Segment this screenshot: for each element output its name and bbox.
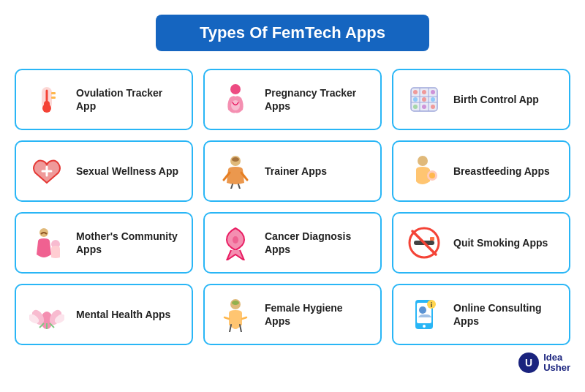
watermark-text: Idea Usher xyxy=(543,353,570,374)
trainer-label: Trainer Apps xyxy=(265,165,327,178)
card-quit-smoking: Quit Smoking Apps xyxy=(392,212,570,274)
mental-health-icon xyxy=(28,295,66,333)
svg-point-17 xyxy=(422,97,426,102)
card-breastfeeding: Breastfeeding Apps xyxy=(392,140,570,202)
svg-point-2 xyxy=(42,104,51,113)
watermark: U Idea Usher xyxy=(518,353,570,374)
svg-text:i: i xyxy=(431,301,433,309)
female-hygiene-label: Female Hygiene Apps xyxy=(265,301,369,328)
birth-control-icon xyxy=(405,80,443,118)
svg-point-30 xyxy=(418,156,428,166)
online-consulting-icon: i xyxy=(405,295,443,333)
card-ovulation-tracker: Ovulation Tracker App xyxy=(15,69,193,130)
svg-line-27 xyxy=(231,184,233,189)
svg-line-28 xyxy=(238,184,240,189)
mental-health-label: Mental Health Apps xyxy=(76,308,170,321)
sexual-wellness-icon xyxy=(28,152,66,190)
svg-rect-38 xyxy=(430,237,434,241)
cancer-diagnosis-icon xyxy=(216,224,254,262)
card-mothers-community: Mother's Community Apps xyxy=(15,212,193,274)
svg-point-18 xyxy=(431,97,435,102)
trainer-icon xyxy=(216,152,254,190)
svg-point-35 xyxy=(233,236,238,244)
card-pregnancy-tracker: Pregnancy Tracker Apps xyxy=(203,69,382,130)
svg-point-14 xyxy=(422,90,426,94)
svg-point-20 xyxy=(422,105,426,109)
svg-point-19 xyxy=(413,105,418,109)
svg-point-29 xyxy=(232,157,239,162)
card-mental-health: Mental Health Apps xyxy=(15,284,193,345)
mothers-community-label: Mother's Community Apps xyxy=(76,230,180,256)
svg-point-49 xyxy=(232,301,239,305)
ovulation-tracker-label: Ovulation Tracker App xyxy=(76,86,180,113)
page-title: Types Of FemTech Apps xyxy=(200,23,385,42)
watermark-logo: U xyxy=(518,353,539,373)
ovulation-tracker-icon xyxy=(28,80,66,118)
quit-smoking-label: Quit Smoking Apps xyxy=(453,236,548,249)
card-sexual-wellness: Sexual Wellness App xyxy=(15,140,193,202)
card-birth-control: Birth Control App xyxy=(392,69,570,130)
svg-point-6 xyxy=(230,84,241,94)
card-trainer: Trainer Apps xyxy=(203,140,382,202)
svg-rect-4 xyxy=(51,92,56,94)
cancer-diagnosis-label: Cancer Diagnosis Apps xyxy=(265,230,369,256)
breastfeeding-label: Breastfeeding Apps xyxy=(453,165,550,178)
online-consulting-label: Online Consulting Apps xyxy=(453,301,557,328)
pregnancy-tracker-icon xyxy=(216,80,254,118)
sexual-wellness-label: Sexual Wellness App xyxy=(76,165,178,178)
svg-point-52 xyxy=(423,325,426,328)
svg-rect-5 xyxy=(51,97,56,99)
mothers-community-icon xyxy=(28,224,66,262)
card-female-hygiene: Female Hygiene Apps xyxy=(203,284,382,345)
pregnancy-tracker-label: Pregnancy Tracker Apps xyxy=(265,86,369,113)
birth-control-label: Birth Control App xyxy=(453,93,539,106)
title-banner: Types Of FemTech Apps xyxy=(156,15,429,51)
quit-smoking-icon xyxy=(405,224,443,262)
female-hygiene-icon xyxy=(216,295,254,333)
svg-point-16 xyxy=(413,97,418,102)
breastfeeding-icon xyxy=(405,152,443,190)
svg-point-15 xyxy=(431,90,435,94)
svg-point-21 xyxy=(431,105,435,109)
svg-point-13 xyxy=(413,90,418,94)
card-cancer-diagnosis: Cancer Diagnosis Apps xyxy=(203,212,382,274)
svg-point-32 xyxy=(429,173,435,178)
card-online-consulting: i Online Consulting Apps xyxy=(392,284,570,345)
svg-point-53 xyxy=(419,306,426,314)
cards-grid: Ovulation Tracker App Pregnancy Tracker … xyxy=(15,69,570,345)
